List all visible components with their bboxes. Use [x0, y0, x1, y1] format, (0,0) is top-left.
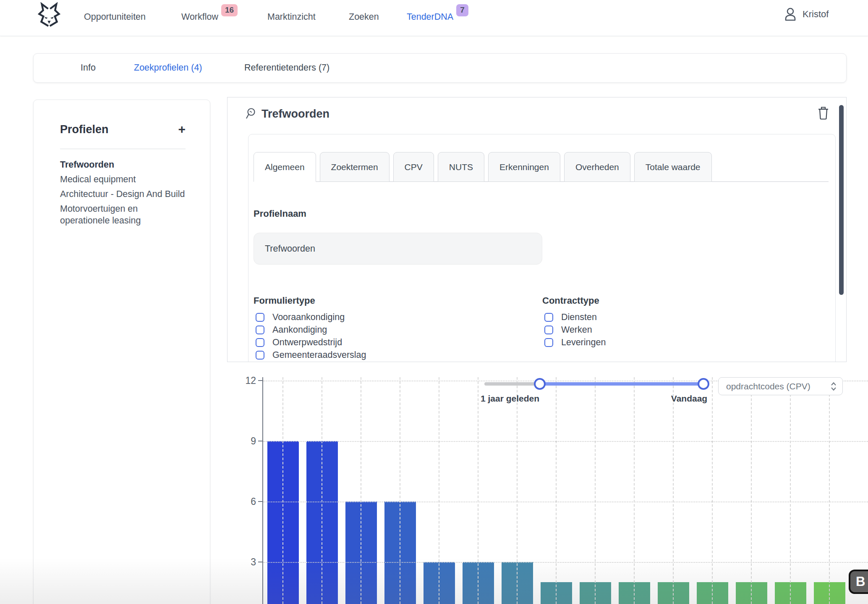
feedback-bubble-label: B: [856, 574, 865, 589]
gridline-vertical: [673, 377, 674, 604]
user-icon: [784, 8, 797, 21]
gridline-vertical: [556, 377, 557, 604]
user-menu[interactable]: Kristof: [784, 8, 829, 21]
sidebar-divider: [60, 149, 186, 149]
sidebar-item-medical-equipment[interactable]: Medical equipment: [60, 173, 186, 185]
checkbox-row-ontwerpwedstrijd[interactable]: Ontwerpwedstrijd: [256, 336, 366, 349]
panel-tab-nuts[interactable]: NUTS: [438, 152, 484, 182]
slider-handle-end[interactable]: [698, 378, 709, 390]
panel-title: Trefwoorden: [261, 108, 329, 121]
nav-workflow[interactable]: Workflow 16: [181, 12, 218, 22]
checkbox-label: Diensten: [561, 312, 597, 323]
panel-tab-totale-waarde[interactable]: Totale waarde: [634, 152, 712, 182]
y-axis-label: 3: [230, 557, 256, 568]
feedback-bubble-button[interactable]: B: [849, 570, 868, 594]
sidebar-item-motorvoertuigen[interactable]: Motorvoertuigen en operationele leasing: [60, 203, 186, 226]
add-profile-button[interactable]: +: [178, 123, 186, 136]
delete-profile-icon[interactable]: [818, 107, 829, 120]
workflow-count-badge: 16: [221, 4, 238, 16]
panel-scrollbar[interactable]: [839, 105, 844, 295]
sidebar-item-trefwoorden[interactable]: Trefwoorden: [60, 159, 186, 171]
group-by-select[interactable]: opdrachtcodes (CPV): [718, 377, 843, 395]
nav-opportuniteiten[interactable]: Opportuniteiten: [84, 12, 146, 22]
nav-label: TenderDNA: [407, 12, 453, 22]
gridline-horizontal: [263, 502, 868, 502]
nav-label: Opportuniteiten: [84, 12, 146, 22]
select-chevrons-icon: [831, 382, 837, 391]
panel-tab-overheden[interactable]: Overheden: [564, 152, 630, 182]
contracttype-options: Diensten Werken Leveringen: [544, 311, 606, 349]
tenderdna-count-badge: 7: [456, 4, 468, 16]
checkbox-label: Ontwerpwedstrijd: [272, 337, 342, 348]
profielnaam-input[interactable]: Trefwoorden: [254, 233, 542, 265]
gridline-vertical: [439, 377, 439, 604]
gridline-vertical: [751, 377, 752, 604]
gridline-vertical: [595, 377, 596, 604]
panel-tabs: Algemeen Zoektermen CPV NUTS Erkenningen…: [254, 152, 712, 182]
contracttype-label: Contracttype: [542, 295, 599, 306]
top-navbar: Opportuniteiten Workflow 16 Marktinzicht…: [0, 0, 868, 36]
gridline-vertical: [790, 377, 791, 604]
checkbox[interactable]: [256, 351, 264, 360]
checkbox-row-werken[interactable]: Werken: [544, 323, 606, 336]
app-root: Opportuniteiten Workflow 16 Marktinzicht…: [0, 0, 868, 604]
slider-handle-start[interactable]: [534, 378, 546, 390]
checkbox[interactable]: [544, 338, 553, 347]
checkbox-label: Aankondiging: [272, 325, 327, 335]
checkbox-label: Gemeenteraadsverslag: [272, 350, 366, 360]
gridline-vertical: [712, 377, 713, 604]
gridline-vertical: [282, 377, 283, 604]
checkbox[interactable]: [544, 313, 553, 322]
checkbox[interactable]: [256, 338, 264, 347]
profielnaam-value: Trefwoorden: [265, 244, 315, 254]
checkbox[interactable]: [544, 326, 553, 334]
tab-referentietenders[interactable]: Referentietenders (7): [244, 63, 329, 73]
checkbox-row-aankondiging[interactable]: Aankondiging: [256, 323, 366, 336]
formuliertype-label: Formuliertype: [254, 295, 315, 306]
nav-label: Zoeken: [349, 12, 379, 22]
checkbox-row-diensten[interactable]: Diensten: [544, 311, 606, 323]
gridline-vertical: [361, 377, 361, 604]
user-name: Kristof: [803, 9, 829, 20]
gridline-vertical: [322, 377, 322, 604]
profielnaam-label: Profielnaam: [254, 208, 306, 219]
panel-tab-erkenningen[interactable]: Erkenningen: [488, 152, 560, 182]
gridline-vertical: [517, 377, 518, 604]
gridline-vertical: [634, 377, 635, 604]
y-axis-label: 12: [230, 375, 256, 386]
search-profile-icon: [245, 108, 257, 120]
checkbox-row-vooraankondiging[interactable]: Vooraankondiging: [256, 311, 366, 323]
checkbox[interactable]: [256, 313, 264, 322]
sidebar-title: Profielen: [60, 123, 109, 136]
gridline-horizontal: [263, 441, 868, 442]
profile-list: Trefwoorden Medical equipment Architectu…: [60, 159, 186, 229]
tab-zoekprofielen[interactable]: Zoekprofielen (4): [134, 63, 202, 73]
checkbox-row-leveringen[interactable]: Leveringen: [544, 336, 606, 349]
y-axis-label: 9: [230, 436, 256, 447]
y-axis: [262, 377, 263, 604]
panel-tab-algemeen[interactable]: Algemeen: [254, 152, 316, 182]
gridline-horizontal: [263, 562, 868, 563]
wolf-logo-icon[interactable]: [36, 2, 62, 29]
tab-info[interactable]: Info: [81, 63, 96, 73]
checkbox-label: Werken: [561, 325, 592, 335]
panel-tab-cpv[interactable]: CPV: [393, 152, 434, 182]
checkbox[interactable]: [256, 326, 264, 334]
nav-zoeken[interactable]: Zoeken: [349, 12, 379, 22]
profiles-sidebar: Profielen + Trefwoorden Medical equipmen…: [33, 100, 210, 604]
y-axis-label: 6: [230, 496, 256, 507]
sidebar-item-architectuur[interactable]: Architectuur - Design And Build: [60, 188, 186, 200]
nav-tenderdna[interactable]: TenderDNA 7: [407, 12, 453, 22]
nav-label: Workflow: [181, 12, 218, 22]
slider-end-label: Vandaag: [655, 394, 724, 404]
page-tabbar: Info Zoekprofielen (4) Referentietenders…: [33, 53, 847, 83]
date-range-slider-fill: [540, 382, 703, 386]
nav-marktinzicht[interactable]: Marktinzicht: [267, 12, 316, 22]
checkbox-row-gemeenteraadsverslag[interactable]: Gemeenteraadsverslag: [256, 349, 366, 361]
gridline-vertical: [400, 377, 400, 604]
checkbox-label: Vooraankondiging: [272, 312, 345, 323]
gridline-vertical: [829, 377, 830, 604]
panel-tab-zoektermen[interactable]: Zoektermen: [320, 152, 390, 182]
profile-detail-panel: Trefwoorden Algemeen Zoektermen CPV NUTS…: [227, 97, 847, 362]
gridline-vertical: [478, 377, 478, 604]
